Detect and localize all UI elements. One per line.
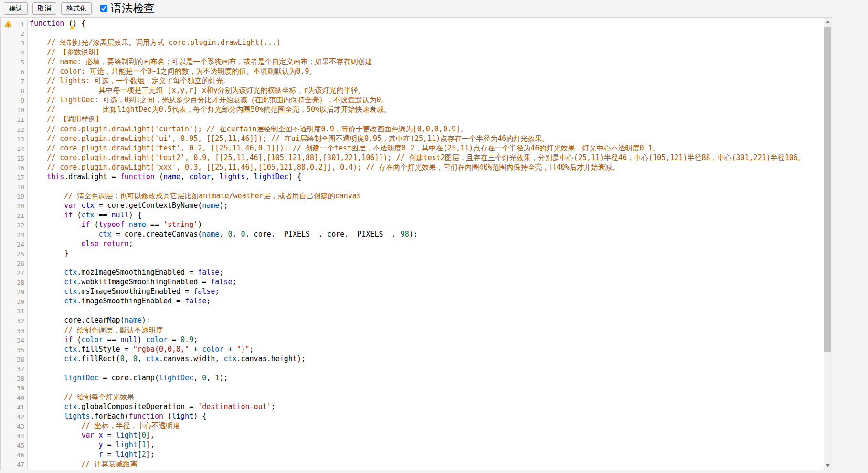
line-number: 40: [17, 394, 24, 401]
code-text[interactable]: // core.plugin.drawLight('test2', 0.9, […: [28, 153, 824, 163]
code-text[interactable]: core.clearMap(name);: [28, 316, 824, 325]
code-text[interactable]: }: [28, 249, 824, 258]
code-text[interactable]: // color: 可选，只能是一个0~1之间的数，为不透明度的值。不填则默认为…: [28, 67, 824, 76]
code-text[interactable]: if (ctx == null) {: [28, 211, 824, 220]
code-text[interactable]: function () {: [28, 19, 824, 29]
code-text[interactable]: // 【调用样例】: [28, 115, 824, 124]
code-text[interactable]: ctx.imageSmoothingEnabled = false;: [28, 297, 824, 306]
code-line: 20 var ctx = core.getContextByName(name)…: [1, 201, 824, 211]
confirm-button[interactable]: 确认: [4, 2, 28, 15]
gutter-cell: 43: [1, 421, 28, 431]
code-text[interactable]: [28, 364, 824, 374]
scrollbar[interactable]: [824, 18, 832, 470]
code-text[interactable]: // 其中每一项是三元组 [x,y,r] x和y分别为该灯光的横纵坐标，r为该灯…: [28, 86, 824, 96]
line-number: 6: [21, 68, 24, 75]
code-line: 2: [1, 29, 824, 38]
line-number: 44: [17, 432, 24, 440]
gutter-cell: 21: [1, 211, 28, 220]
code-text[interactable]: [28, 182, 824, 192]
cancel-button[interactable]: 取消: [32, 2, 56, 15]
code-text[interactable]: // core.plugin.drawLight('test', 0.2, [[…: [28, 144, 824, 153]
code-text[interactable]: // 计算衰减距离: [28, 460, 824, 469]
scroll-down-button[interactable]: [824, 462, 832, 470]
gutter-cell: 48: [1, 469, 28, 470]
syntax-check-checkbox[interactable]: [100, 5, 107, 12]
line-number: 37: [17, 366, 24, 373]
code-text[interactable]: var ctx = core.getContextByName(name);: [28, 201, 824, 211]
code-text[interactable]: // name: 必填，要绘制到的画布名；可以是一个系统画布，或者是个自定义画布…: [28, 57, 824, 67]
code-line: 5 // name: 必填，要绘制到的画布名；可以是一个系统画布，或者是个自定义…: [1, 57, 824, 67]
code-editor[interactable]: 1function () {23 // 绘制灯光/漆黑层效果。调用方式 core…: [0, 17, 832, 470]
code-line: 47 // 计算衰减距离: [1, 460, 824, 469]
code-line: 21 if (ctx == null) {: [1, 211, 824, 220]
code-text[interactable]: // 绘制灯光/漆黑层效果。调用方式 core.plugin.drawLight…: [28, 38, 824, 48]
code-text[interactable]: this.drawLight = function (name, color, …: [28, 172, 824, 182]
code-text[interactable]: // 绘制每个灯光效果: [28, 393, 824, 402]
code-text[interactable]: // 坐标，半径，中心不透明度: [28, 421, 824, 431]
code-text[interactable]: // 【参数说明】: [28, 48, 824, 57]
gutter-cell: 32: [1, 316, 28, 325]
code-text[interactable]: [28, 29, 824, 38]
code-text[interactable]: ctx = core.createCanvas(name, 0, 0, core…: [28, 230, 824, 239]
code-line: 3 // 绘制灯光/漆黑层效果。调用方式 core.plugin.drawLig…: [1, 38, 824, 48]
code-text[interactable]: var x = light[0],: [28, 431, 824, 441]
code-line: 4 // 【参数说明】: [1, 48, 824, 57]
code-text[interactable]: ctx.webkitImageSmoothingEnabled = false;: [28, 278, 824, 287]
code-text[interactable]: ctx.msImageSmoothingEnabled = false;: [28, 287, 824, 297]
scroll-up-button[interactable]: [824, 18, 832, 26]
line-number: 19: [17, 193, 24, 200]
line-number: 26: [17, 260, 24, 267]
code-line: 15 // core.plugin.drawLight('test2', 0.9…: [1, 153, 824, 163]
gutter-cell: 17: [1, 172, 28, 182]
line-number: 2: [21, 30, 24, 37]
code-line: 9 // lightDec: 可选，0到1之间，光从多少百分比才开始衰减（在此范…: [1, 96, 824, 105]
gutter-cell: 34: [1, 335, 28, 345]
code-line: 29 ctx.msImageSmoothingEnabled = false;: [1, 287, 824, 297]
code-line: 40 // 绘制每个灯光效果: [1, 393, 824, 402]
line-number: 23: [17, 231, 24, 238]
code-text[interactable]: if (typeof name == 'string'): [28, 220, 824, 230]
line-number: 4: [21, 49, 24, 56]
line-number: 14: [17, 145, 24, 152]
gutter-cell: 35: [1, 345, 28, 355]
code-text[interactable]: else return;: [28, 239, 824, 249]
code-text[interactable]: lights.forEach(function (light) {: [28, 412, 824, 421]
code-text[interactable]: // 比如lightDec为0.5代表，每个灯光部分内圈50%的范围全亮，50%…: [28, 105, 824, 115]
format-button[interactable]: 格式化: [61, 2, 92, 15]
line-number: 3: [21, 40, 24, 47]
code-text[interactable]: // core.plugin.drawLight('ui', 0.95, [[2…: [28, 134, 824, 144]
gutter-cell: 9: [1, 96, 28, 105]
gutter-cell: 27: [1, 268, 28, 278]
code-text[interactable]: r = light[2];: [28, 450, 824, 460]
code-text[interactable]: // 绘制色调层，默认不透明度: [28, 326, 824, 335]
code-text[interactable]: [28, 258, 824, 268]
line-number: 33: [17, 327, 24, 334]
code-line: 23 ctx = core.createCanvas(name, 0, 0, c…: [1, 230, 824, 239]
code-text[interactable]: // 清空色调层；也可以修改成其它层比如animate/weather层，或者用…: [28, 192, 824, 201]
line-number: 12: [17, 126, 24, 133]
code-lines[interactable]: 1function () {23 // 绘制灯光/漆黑层效果。调用方式 core…: [1, 18, 824, 470]
code-text[interactable]: // core.plugin.drawLight('xxx', 0.3, [[2…: [28, 163, 824, 172]
line-number: 20: [17, 203, 24, 210]
code-text[interactable]: [28, 383, 824, 393]
code-text[interactable]: ctx.fillRect(0, 0, ctx.canvas.width, ctx…: [28, 355, 824, 364]
code-text[interactable]: y = light[1],: [28, 441, 824, 450]
code-text[interactable]: ctx.fillStyle = "rgba(0,0,0," + color + …: [28, 345, 824, 355]
code-line: 24 else return;: [1, 239, 824, 249]
code-text[interactable]: ctx.mozImageSmoothingEnabled = false;: [28, 268, 824, 278]
line-number: 47: [17, 461, 24, 468]
code-text[interactable]: // lightDec: 可选，0到1之间，光从多少百分比才开始衰减（在此范围内…: [28, 96, 824, 105]
scroll-thumb[interactable]: [824, 27, 831, 352]
line-number: 22: [17, 222, 24, 229]
code-text[interactable]: ctx.globalCompositeOperation = 'destinat…: [28, 402, 824, 412]
code-text[interactable]: // lights: 可选，一个数组，定义了每个独立的灯光。: [28, 76, 824, 86]
code-text[interactable]: if (color == null) color = 0.9;: [28, 335, 824, 345]
code-text[interactable]: lightDec = core.clamp(lightDec, 0, 1);: [28, 374, 824, 383]
line-number: 41: [17, 404, 24, 411]
code-line: 25 }: [1, 249, 824, 258]
code-text[interactable]: [28, 306, 824, 316]
code-line: 31: [1, 306, 824, 316]
gutter-cell: 7: [1, 76, 28, 86]
code-text[interactable]: // core.plugin.drawLight('curtain'); // …: [28, 125, 824, 134]
code-text[interactable]: var decDistance = parseInt(r * lightDec)…: [28, 469, 824, 470]
